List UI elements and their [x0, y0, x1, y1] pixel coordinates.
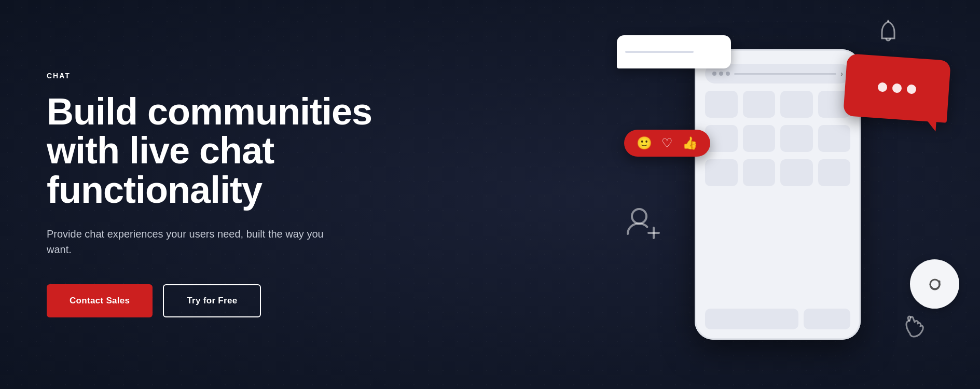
heart-icon: ♡	[661, 136, 673, 150]
grid-cell	[705, 91, 738, 118]
at-mention-bubble	[910, 259, 959, 309]
bell-icon	[877, 20, 900, 49]
add-person-icon	[625, 205, 661, 243]
grid-cell	[743, 91, 776, 118]
typing-dot-2	[892, 83, 902, 93]
grid-cell	[743, 159, 776, 186]
svg-point-1	[632, 209, 646, 224]
message-line	[625, 51, 694, 53]
section-label: CHAT	[47, 72, 372, 80]
grid-cell	[818, 159, 851, 186]
grid-cell	[780, 159, 813, 186]
wave-icon	[902, 313, 931, 343]
right-illustration: 🙂 ♡ 👍 ›	[482, 0, 980, 389]
phone-grid-row-1	[705, 91, 850, 118]
grid-cell	[818, 91, 851, 118]
search-line	[734, 73, 836, 75]
phone-mockup: ›	[695, 49, 861, 340]
contact-sales-button[interactable]: Contact Sales	[47, 284, 153, 317]
try-for-free-button[interactable]: Try for Free	[163, 284, 261, 317]
cta-buttons: Contact Sales Try for Free	[47, 284, 372, 317]
dot-3	[726, 72, 730, 76]
chevron-icon: ›	[840, 70, 843, 78]
phone-grid-row-2	[705, 125, 850, 152]
headline-line1: Build communities	[47, 91, 372, 132]
grid-cell	[818, 125, 851, 152]
phone-bottom-area	[705, 309, 850, 329]
typing-dot-1	[877, 82, 887, 92]
thumbsup-icon: 👍	[682, 136, 698, 150]
typing-dot-3	[906, 84, 916, 94]
grid-cell	[705, 159, 738, 186]
dot-2	[719, 72, 723, 76]
reactions-pill: 🙂 ♡ 👍	[624, 130, 710, 157]
phone-grid-row-3	[705, 159, 850, 186]
typing-bubble	[843, 53, 951, 123]
white-message-bubble	[617, 35, 731, 68]
phone-dots	[712, 72, 730, 76]
grid-cell	[743, 125, 776, 152]
left-content: CHAT Build communities with live chat fu…	[0, 72, 372, 318]
grid-cell	[780, 125, 813, 152]
headline-line2: with live chat	[47, 130, 274, 171]
dot-1	[712, 72, 716, 76]
subheadline: Provide chat experiences your users need…	[47, 226, 337, 257]
bottom-bar-narrow	[804, 309, 850, 329]
grid-cell	[780, 91, 813, 118]
hero-section: CHAT Build communities with live chat fu…	[0, 0, 980, 389]
emoji-icon: 🙂	[637, 136, 652, 150]
bottom-bar-wide	[705, 309, 798, 329]
phone-search-bar: ›	[705, 64, 850, 84]
headline-line3: functionality	[47, 169, 262, 211]
headline: Build communities with live chat functio…	[47, 92, 372, 210]
svg-point-4	[930, 280, 940, 289]
grid-cell	[705, 125, 738, 152]
